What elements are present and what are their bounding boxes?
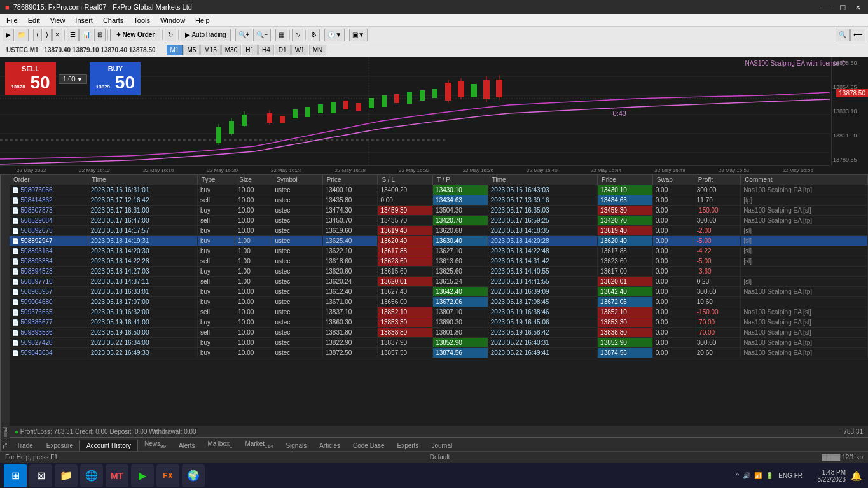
sell-button[interactable]: SELL13878 50 xyxy=(5,62,56,95)
table-cell: 13852.10 xyxy=(598,307,653,317)
close-button[interactable]: × xyxy=(853,3,863,12)
tf-m1[interactable]: M1 xyxy=(167,45,183,55)
toolbar-btn-3[interactable]: × xyxy=(52,29,62,41)
table-cell: 📄 508893164 xyxy=(10,246,88,256)
order-icon: 📄 xyxy=(12,238,21,244)
table-row[interactable]: 📄 5085290842023.05.17 16:47:00sell10.00u… xyxy=(10,216,868,226)
taskbar-app7[interactable]: 🌍 xyxy=(182,464,205,487)
buy-button[interactable]: BUY13879 50 xyxy=(90,62,141,95)
taskbar-notifications[interactable]: 🔔 xyxy=(848,471,864,481)
zoom-out-button[interactable]: 🔍− xyxy=(253,29,271,41)
table-row[interactable]: 📄 5085078732023.05.17 16:31:00buy10.00us… xyxy=(10,206,868,216)
tf-mn[interactable]: MN xyxy=(309,45,327,55)
svg-rect-19 xyxy=(331,102,336,113)
menu-window[interactable]: Window xyxy=(155,15,190,25)
tab-trade[interactable]: Trade xyxy=(10,440,40,451)
settings-button[interactable]: ⚙ xyxy=(308,29,320,41)
new-button[interactable]: ▶ xyxy=(3,29,14,41)
terminal-sidebar[interactable]: Terminal xyxy=(0,175,10,451)
table-cell: 13874.56 xyxy=(598,348,653,358)
menu-edit[interactable]: Edit xyxy=(23,15,45,25)
toolbar-btn-1[interactable]: ⟨ xyxy=(33,29,42,41)
table-row[interactable]: 📄 5093766652023.05.19 16:32:00sell10.00u… xyxy=(10,307,868,317)
menu-insert[interactable]: Insert xyxy=(70,15,98,25)
table-row[interactable]: 📄 5093866772023.05.19 16:41:00buy10.00us… xyxy=(10,317,868,328)
tf-w1[interactable]: W1 xyxy=(291,45,308,55)
menu-view[interactable]: View xyxy=(45,15,71,25)
tab-market[interactable]: Market114 xyxy=(238,438,279,451)
grid-button[interactable]: ⊞ xyxy=(94,29,106,41)
table-row[interactable]: 📄 5088931642023.05.18 14:20:30buy1.00ust… xyxy=(10,246,868,256)
tab-experts[interactable]: Experts xyxy=(390,440,425,451)
col-price-close: Price xyxy=(598,175,653,185)
col-profit: Profit xyxy=(694,175,740,185)
tab-signals[interactable]: Signals xyxy=(279,440,313,451)
table-row[interactable]: 📄 5088933842023.05.18 14:22:28sell1.00us… xyxy=(10,256,868,267)
tab-journal[interactable]: Journal xyxy=(425,440,458,451)
more-button[interactable]: ▣▼ xyxy=(349,29,368,41)
tab-account-history[interactable]: Account History xyxy=(79,440,138,451)
table-cell xyxy=(741,297,868,307)
table-cell: Nas100 Scalping EA [tp] xyxy=(741,338,868,348)
minimize-button[interactable]: — xyxy=(820,3,833,12)
taskbar-file-explorer[interactable]: 📁 xyxy=(55,464,78,487)
taskbar-edge[interactable]: 🌐 xyxy=(80,464,103,487)
chart-type-button[interactable]: ▦ xyxy=(275,29,287,41)
table-row[interactable]: 📄 5084143622023.05.17 12:16:42sell10.00u… xyxy=(10,195,868,206)
table-cell: 13623.60 xyxy=(378,256,433,267)
refresh-button[interactable]: ↻ xyxy=(165,29,176,41)
new-order-button[interactable]: ✦ New Order xyxy=(110,29,160,41)
tab-mailbox[interactable]: Mailbox1 xyxy=(202,438,239,451)
search-button[interactable]: 🔍 xyxy=(836,29,850,41)
tab-alerts[interactable]: Alerts xyxy=(172,440,202,451)
tab-codebase[interactable]: Code Base xyxy=(347,440,390,451)
maximize-button[interactable]: □ xyxy=(838,3,848,12)
table-row[interactable]: 📄 5088926752023.05.18 14:17:57buy10.00us… xyxy=(10,226,868,236)
tab-articles[interactable]: Articles xyxy=(313,440,347,451)
clock-button[interactable]: 🕐▼ xyxy=(324,29,345,41)
search-back-button[interactable]: ⟵ xyxy=(850,29,865,41)
trades-table-container[interactable]: Order Time Type Size Symbol Price S / L … xyxy=(10,175,868,426)
tf-d1[interactable]: D1 xyxy=(275,45,291,55)
autotrading-button[interactable]: ▶ AutoTrading xyxy=(181,29,230,41)
profiles-button[interactable]: ☰ xyxy=(67,29,79,41)
indicators-button[interactable]: ∿ xyxy=(292,29,303,41)
taskbar-fxpro[interactable]: FX xyxy=(156,464,179,487)
taskbar-lang: ENG FR xyxy=(776,472,805,479)
table-cell: [sl] xyxy=(741,246,868,256)
table-row[interactable]: 📄 5093935362023.05.19 16:50:00sell10.00u… xyxy=(10,328,868,338)
menu-help[interactable]: Help xyxy=(190,15,215,25)
menu-tools[interactable]: Tools xyxy=(128,15,155,25)
table-row[interactable]: 📄 5088945282023.05.18 14:27:03buy1.00ust… xyxy=(10,267,868,277)
table-cell: 2023.05.17 16:59:25 xyxy=(488,216,597,226)
start-button[interactable]: ⊞ xyxy=(4,464,27,487)
taskbar-app5[interactable]: ▶ xyxy=(131,464,154,487)
open-button[interactable]: 📁 xyxy=(15,29,29,41)
table-cell: -2.00 xyxy=(694,226,740,236)
tf-h1[interactable]: H1 xyxy=(242,45,258,55)
menu-file[interactable]: File xyxy=(1,15,23,25)
menu-charts[interactable]: Charts xyxy=(98,15,128,25)
table-row[interactable]: 📄 5090046802023.05.18 17:07:00buy10.00us… xyxy=(10,297,868,307)
table-row[interactable]: 📄 5080730562023.05.16 16:31:01buy10.00us… xyxy=(10,185,868,195)
charts-button[interactable]: 📊 xyxy=(79,29,93,41)
table-cell: -70.00 xyxy=(694,328,740,338)
table-row[interactable]: 📄 5088977162023.05.18 14:37:11sell1.00us… xyxy=(10,277,868,287)
tf-m30[interactable]: M30 xyxy=(221,45,241,55)
zoom-in-button[interactable]: 🔍+ xyxy=(235,29,253,41)
table-row[interactable]: 📄 5098274202023.05.22 16:34:00buy10.00us… xyxy=(10,338,868,348)
tab-exposure[interactable]: Exposure xyxy=(40,440,79,451)
col-type: Type xyxy=(197,175,235,185)
taskbar-mt5[interactable]: MT xyxy=(106,464,128,487)
table-cell: ustec xyxy=(272,206,322,216)
tf-m15[interactable]: M15 xyxy=(200,45,220,55)
tf-m5[interactable]: M5 xyxy=(183,45,200,55)
table-row[interactable]: 📄 5089639572023.05.18 16:33:01buy10.00us… xyxy=(10,287,868,297)
table-row[interactable]: 📄 5088929472023.05.18 14:19:31buy1.00ust… xyxy=(10,236,868,246)
tf-h4[interactable]: H4 xyxy=(258,45,274,55)
tab-news[interactable]: News99 xyxy=(138,438,172,451)
taskbar-search[interactable]: ⊠ xyxy=(29,464,52,487)
toolbar-btn-2[interactable]: ⟩ xyxy=(43,29,52,41)
table-row[interactable]: 📄 5098436342023.05.22 16:49:33buy10.00us… xyxy=(10,348,868,358)
col-price: Price xyxy=(322,175,378,185)
